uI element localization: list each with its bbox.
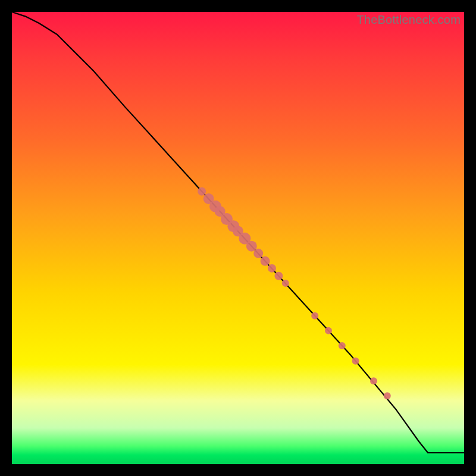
marker-dot	[384, 392, 391, 399]
chart-svg	[12, 12, 464, 464]
marker-dot	[261, 256, 270, 266]
marker-dot	[370, 377, 377, 384]
marker-dot	[352, 358, 359, 365]
watermark-text: TheBottleneck.com	[356, 13, 461, 27]
marker-dot	[268, 264, 276, 273]
marker-dot	[339, 342, 346, 349]
marker-dot	[253, 249, 263, 258]
marker-dot	[282, 280, 289, 287]
marker-dot	[274, 272, 283, 280]
marker-dot	[325, 327, 332, 334]
marker-dot	[198, 187, 206, 196]
chart-frame: TheBottleneck.com	[12, 12, 464, 464]
marker-dot	[311, 312, 318, 320]
